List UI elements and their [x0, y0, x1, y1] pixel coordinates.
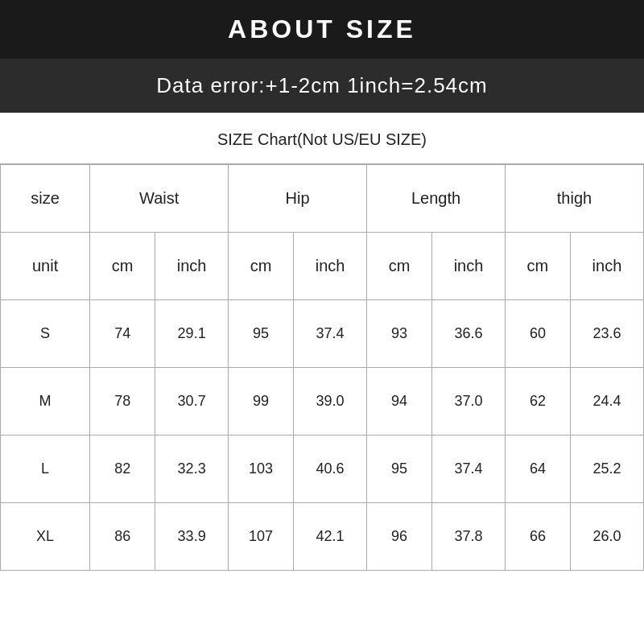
row-2-col-3: 103 [229, 436, 294, 503]
row-0-col-2: 29.1 [155, 300, 229, 368]
row-1-col-7: 62 [506, 368, 571, 436]
title-bar: ABOUT SIZE [0, 0, 644, 59]
row-3-col-1: 86 [90, 503, 155, 571]
thigh-cm-unit: cm [506, 233, 571, 300]
header-row-1: size Waist Hip Length thigh [1, 165, 644, 233]
row-0-col-6: 36.6 [431, 300, 505, 368]
row-1-col-8: 24.4 [570, 368, 643, 436]
row-2-col-6: 37.4 [431, 436, 505, 503]
row-3-col-3: 107 [229, 503, 294, 571]
waist-inch-unit: inch [155, 233, 229, 300]
row-3-col-0: XL [1, 503, 90, 571]
row-0-col-1: 74 [90, 300, 155, 368]
row-0-col-4: 37.4 [294, 300, 367, 368]
subtitle-bar: Data error:+1-2cm 1inch=2.54cm [0, 59, 644, 113]
hip-cm-unit: cm [229, 233, 294, 300]
table-row: S7429.19537.49336.66023.6 [1, 300, 644, 368]
row-3-col-2: 33.9 [155, 503, 229, 571]
row-0-col-0: S [1, 300, 90, 368]
length-inch-unit: inch [431, 233, 505, 300]
row-0-col-7: 60 [506, 300, 571, 368]
row-2-col-1: 82 [90, 436, 155, 503]
table-row: L8232.310340.69537.46425.2 [1, 436, 644, 503]
header-hip: Hip [229, 165, 367, 233]
row-1-col-5: 94 [367, 368, 432, 436]
thigh-inch-unit: inch [570, 233, 643, 300]
row-3-col-6: 37.8 [431, 503, 505, 571]
main-container: ABOUT SIZE Data error:+1-2cm 1inch=2.54c… [0, 0, 644, 644]
row-1-col-1: 78 [90, 368, 155, 436]
row-1-col-3: 99 [229, 368, 294, 436]
header-row-2: unit cm inch cm inch cm inch cm inch [1, 233, 644, 300]
page-title: ABOUT SIZE [228, 14, 416, 43]
row-0-col-5: 93 [367, 300, 432, 368]
row-1-col-2: 30.7 [155, 368, 229, 436]
size-table-wrapper: size Waist Hip Length thigh unit cm inch… [0, 164, 644, 644]
row-3-col-7: 66 [506, 503, 571, 571]
row-2-col-7: 64 [506, 436, 571, 503]
header-length: Length [367, 165, 506, 233]
waist-cm-unit: cm [90, 233, 155, 300]
row-2-col-5: 95 [367, 436, 432, 503]
chart-label: SIZE Chart(Not US/EU SIZE) [0, 113, 644, 164]
table-row: XL8633.910742.19637.86626.0 [1, 503, 644, 571]
row-1-col-4: 39.0 [294, 368, 367, 436]
header-size: size [1, 165, 90, 233]
row-2-col-0: L [1, 436, 90, 503]
row-1-col-0: M [1, 368, 90, 436]
length-cm-unit: cm [367, 233, 432, 300]
size-table: size Waist Hip Length thigh unit cm inch… [0, 164, 644, 571]
row-1-col-6: 37.0 [431, 368, 505, 436]
header-thigh: thigh [506, 165, 644, 233]
table-row: M7830.79939.09437.06224.4 [1, 368, 644, 436]
row-2-col-4: 40.6 [294, 436, 367, 503]
header-unit: unit [1, 233, 90, 300]
row-0-col-3: 95 [229, 300, 294, 368]
row-2-col-2: 32.3 [155, 436, 229, 503]
row-3-col-8: 26.0 [570, 503, 643, 571]
hip-inch-unit: inch [294, 233, 367, 300]
row-0-col-8: 23.6 [570, 300, 643, 368]
row-2-col-8: 25.2 [570, 436, 643, 503]
subtitle-text: Data error:+1-2cm 1inch=2.54cm [156, 73, 488, 97]
row-3-col-5: 96 [367, 503, 432, 571]
row-3-col-4: 42.1 [294, 503, 367, 571]
header-waist: Waist [90, 165, 229, 233]
chart-label-text: SIZE Chart(Not US/EU SIZE) [217, 130, 427, 148]
